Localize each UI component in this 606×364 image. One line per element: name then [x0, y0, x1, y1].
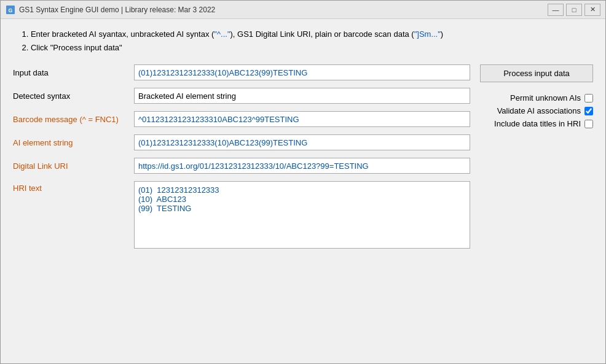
instruction-line2: 2. Click "Process input data" [13, 41, 593, 55]
input-data-row: Input data [13, 64, 470, 80]
validate-associations-row: Validate AI associations [480, 106, 593, 115]
main-window: G GS1 Syntax Engine GUI demo | Library r… [0, 0, 606, 364]
process-input-button[interactable]: Process input data [480, 64, 593, 82]
minimize-button[interactable]: — [548, 4, 564, 16]
digital-link-field[interactable] [134, 158, 470, 174]
permit-unknown-label: Permit unknown AIs [480, 93, 581, 103]
window-controls: — □ ✕ [548, 4, 600, 16]
instruction-line1: 1. Enter bracketed AI syantax, unbracket… [13, 28, 593, 41]
right-panel: Process input data Permit unknown AIs Va… [470, 64, 593, 355]
main-area: Input data Detected syntax Barcode messa… [13, 64, 593, 355]
include-data-titles-checkbox[interactable] [584, 120, 593, 128]
validate-associations-label: Validate AI associations [480, 106, 581, 115]
include-data-titles-row: Include data titles in HRI [480, 119, 593, 128]
restore-button[interactable]: □ [566, 4, 582, 16]
instruction-step1-label: 1. Enter bracketed AI syantax, unbracket… [22, 29, 443, 39]
hri-text-area[interactable] [134, 181, 470, 249]
input-data-label: Input data [13, 68, 127, 77]
validate-associations-checkbox[interactable] [584, 107, 593, 115]
barcode-message-label: Barcode message (^ = FNC1) [13, 115, 127, 124]
barcode-message-row: Barcode message (^ = FNC1) [13, 111, 470, 127]
barcode-message-field[interactable] [134, 111, 470, 127]
instruction-step2-label: 2. Click "Process input data" [22, 43, 122, 52]
instructions-block: 1. Enter bracketed AI syantax, unbracket… [13, 28, 593, 55]
app-icon: G [6, 5, 15, 15]
window-title: GS1 Syntax Engine GUI demo | Library rel… [19, 6, 548, 14]
detected-syntax-row: Detected syntax [13, 88, 470, 104]
permit-unknown-row: Permit unknown AIs [480, 93, 593, 103]
digital-link-row: Digital Link URI [13, 158, 470, 174]
detected-syntax-field[interactable] [134, 88, 470, 104]
content-area: 1. Enter bracketed AI syantax, unbracket… [1, 19, 605, 363]
permit-unknown-checkbox[interactable] [584, 94, 593, 103]
digital-link-label: Digital Link URI [13, 161, 127, 171]
hri-text-label: HRI text [13, 181, 127, 193]
ai-element-label: AI element string [13, 138, 127, 147]
include-data-titles-label: Include data titles in HRI [480, 119, 581, 128]
ai-element-field[interactable] [134, 134, 470, 150]
left-panel: Input data Detected syntax Barcode messa… [13, 64, 470, 355]
svg-text:G: G [8, 7, 12, 14]
title-bar: G GS1 Syntax Engine GUI demo | Library r… [1, 1, 605, 19]
close-button[interactable]: ✕ [584, 4, 600, 16]
hri-text-row: HRI text [13, 181, 470, 249]
ai-element-row: AI element string [13, 134, 470, 150]
detected-syntax-label: Detected syntax [13, 91, 127, 101]
input-data-field[interactable] [134, 64, 470, 80]
